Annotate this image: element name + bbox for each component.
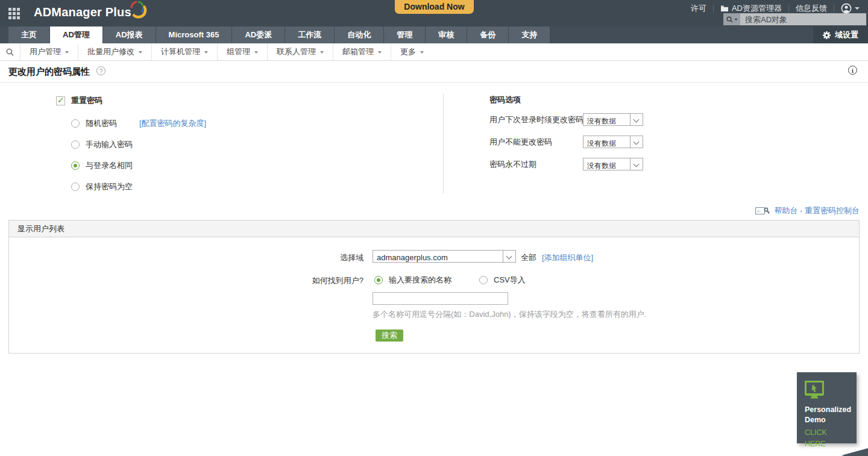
menu-label: 用户管理	[30, 46, 61, 57]
search-scope-button[interactable]	[723, 13, 740, 25]
helpdesk-link-row: <- 帮助台 - 重置密码控制台	[755, 205, 860, 216]
feedback-link[interactable]: 信息反馈	[796, 3, 827, 14]
select-value: 没有数据	[583, 136, 630, 148]
tab-audit[interactable]: 审核	[426, 27, 467, 43]
select-cannot-change-password[interactable]: 没有数据	[583, 136, 643, 148]
license-link[interactable]: 许可	[691, 3, 706, 14]
pw-option-label: 密码永不过期	[489, 158, 536, 170]
radio-label: 手动输入密码	[86, 139, 133, 150]
domain-settings-button[interactable]: 域设置	[813, 27, 868, 43]
ad-explorer-label: AD资源管理器	[732, 3, 782, 14]
radio-row-same-as-logon: 与登录名相同	[71, 160, 133, 171]
app-logo: ADManager Plus	[34, 5, 147, 19]
ad-object-search-input[interactable]	[740, 13, 866, 25]
tab-home[interactable]: 主页	[8, 27, 50, 43]
page-title-row: 更改用户的密码属性 ? i	[0, 61, 868, 83]
demo-click-here[interactable]: CLICK HERE	[805, 427, 835, 450]
menu-mailbox-management[interactable]: 邮箱管理	[333, 43, 391, 60]
radio-label: 与登录名相同	[86, 160, 133, 171]
chevron-down-icon	[855, 7, 860, 10]
add-ou-link[interactable]: [添加组织单位]	[542, 252, 593, 263]
info-icon[interactable]: i	[848, 66, 857, 75]
chevron-down-icon	[630, 136, 643, 148]
demo-bubble-tail	[841, 448, 868, 456]
ad-explorer-link[interactable]: AD资源管理器	[720, 3, 782, 14]
logo-swoosh-icon	[128, 0, 147, 19]
tab-ad-delegation[interactable]: AD委派	[232, 27, 285, 43]
menu-label: 更多	[400, 46, 416, 57]
tab-backup[interactable]: 备份	[467, 27, 509, 43]
tab-ad-reports[interactable]: AD报表	[103, 27, 156, 43]
select-must-change-password[interactable]: 没有数据	[583, 113, 643, 126]
chevron-down-icon	[378, 51, 382, 54]
chevron-down-icon	[630, 158, 643, 170]
radio-row-blank-password: 保持密码为空	[71, 181, 133, 192]
tab-microsoft-365[interactable]: Microsoft 365	[156, 27, 233, 43]
pw-option-label: 用户下次登录时须更改密码	[489, 113, 583, 126]
ad-object-search	[723, 13, 866, 25]
select-password-never-expires[interactable]: 没有数据	[583, 158, 643, 170]
reset-password-label: 重置密码	[71, 95, 102, 106]
radio-label: CSV导入	[494, 275, 526, 286]
chevron-down-icon	[254, 51, 258, 54]
radio-same-as-logon[interactable]	[71, 161, 80, 170]
menu-bulk-user-modification[interactable]: 批量用户修改	[78, 43, 151, 60]
personalized-demo-widget[interactable]: Personalized Demo CLICK HERE	[797, 372, 857, 443]
user-name-search-input[interactable]	[373, 292, 508, 305]
divider	[834, 5, 834, 13]
folder-icon	[720, 5, 729, 12]
select-value: admanagerplus.com	[373, 251, 503, 262]
find-user-label: 如何找到用户?	[183, 275, 363, 286]
gear-icon	[823, 31, 831, 39]
tab-workflow[interactable]: 工作流	[285, 27, 335, 43]
reset-password-checkbox[interactable]: ✓	[56, 96, 65, 105]
subnav-search-button[interactable]	[0, 43, 20, 60]
radio-row-random-password: 随机密码 [配置密码的复杂度]	[71, 118, 206, 129]
radio-row-manual-password: 手动输入密码	[71, 139, 133, 150]
menu-more[interactable]: 更多	[391, 43, 433, 60]
radio-random-password[interactable]	[71, 119, 80, 128]
radio-search-by-name[interactable]	[374, 276, 383, 284]
radio-csv-import[interactable]	[479, 276, 488, 284]
configure-complexity-link[interactable]: [配置密码的复杂度]	[139, 118, 206, 129]
tab-support[interactable]: 支持	[509, 27, 550, 43]
menu-user-management[interactable]: 用户管理	[20, 43, 78, 60]
menu-label: 邮箱管理	[342, 46, 374, 57]
app-grid-icon[interactable]	[8, 8, 20, 19]
main-nav: 主页 AD管理 AD报表 Microsoft 365 AD委派 工作流 自动化 …	[0, 27, 868, 43]
search-hint-text: 多个名称可用逗号分隔(如：David,John)，保持该字段为空，将查看所有的用…	[373, 309, 646, 320]
menu-label: 组管理	[227, 46, 250, 57]
user-account-menu[interactable]	[841, 3, 860, 14]
select-value: 没有数据	[583, 158, 630, 170]
domain-select[interactable]: admanagerplus.com	[373, 250, 516, 263]
menu-contact-management[interactable]: 联系人管理	[267, 43, 333, 60]
search-icon	[6, 48, 14, 56]
menu-group-management[interactable]: 组管理	[217, 43, 267, 60]
divider	[788, 5, 789, 13]
help-icon[interactable]: ?	[96, 66, 105, 75]
logo-text: ADManager Plus	[34, 5, 131, 19]
panel-header: 显示用户列表	[9, 220, 859, 237]
search-button[interactable]: 搜索	[376, 330, 403, 342]
chevron-down-icon	[139, 51, 142, 54]
tab-admin[interactable]: 管理	[384, 27, 426, 43]
divider	[443, 94, 444, 193]
tab-automation[interactable]: 自动化	[335, 27, 384, 43]
chevron-down-icon	[630, 114, 643, 125]
tab-ad-management[interactable]: AD管理	[50, 27, 103, 43]
menu-computer-management[interactable]: 计算机管理	[151, 43, 217, 60]
radio-blank-password[interactable]	[71, 183, 80, 191]
download-now-button[interactable]: Download Now	[395, 0, 474, 14]
chevron-down-icon	[320, 51, 324, 54]
radio-label: 保持密码为空	[86, 181, 133, 192]
topbar-links: 许可 AD资源管理器 信息反馈	[691, 3, 860, 14]
check-icon: ✓	[57, 95, 64, 105]
chevron-down-icon	[420, 51, 424, 54]
monitor-cursor-icon	[805, 381, 824, 399]
helpdesk-reset-console-link[interactable]: 帮助台 - 重置密码控制台	[774, 205, 860, 216]
sub-nav: 用户管理 批量用户修改 计算机管理 组管理 联系人管理 邮箱管理 更多	[0, 43, 868, 61]
chevron-down-icon	[734, 19, 738, 20]
radio-manual-password[interactable]	[71, 140, 80, 149]
nav-tabs: 主页 AD管理 AD报表 Microsoft 365 AD委派 工作流 自动化 …	[8, 27, 550, 43]
menu-label: 计算机管理	[161, 46, 200, 57]
